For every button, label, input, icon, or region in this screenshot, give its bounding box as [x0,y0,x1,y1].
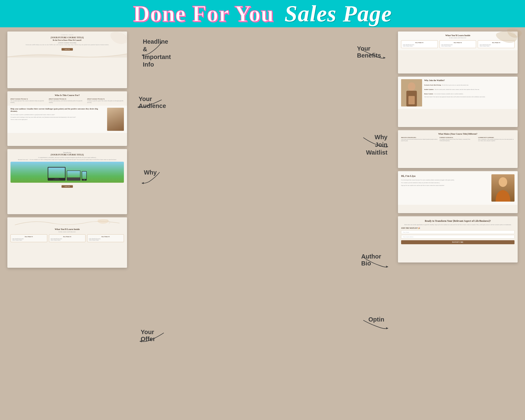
floral-decoration [106,31,127,46]
svg-point-10 [408,82,415,91]
benefits-label: Your Benefits [357,45,384,59]
optin-text: Don't miss out on this opportunity to [s… [401,224,515,225]
author-bio-label-area: Author Bio [361,254,388,272]
different-col3: COMMUNITY SUPPORT: Join a community of l… [478,137,515,141]
main-content: COMING SOON [YOUR FUTURE COURSE TITLE] B… [0,27,525,420]
audience-col1: [Ideal Customer Persona 1] Are you [desc… [10,98,47,103]
author-bio-text: I've developed this course because I've … [401,179,489,181]
different-title: What Makes [Your Course Title] Different… [401,133,515,135]
optin-first-name-field[interactable]: First Name [401,230,515,234]
curve-decoration [7,52,127,57]
offer-kp1: Key Point #1 • [Key Benefit/Outcome] • [… [10,234,47,242]
svg-point-15 [499,177,507,187]
header-banner: Done For You Sales Page [0,0,525,27]
optin-join-label: JOIN THE WAITLIST 🎉 [401,227,515,229]
svg-marker-3 [142,182,144,184]
audience-col3: [Ideal Customer Persona 3] Looking to [s… [87,98,124,103]
audience-label: Your Audience [139,95,166,109]
author-bio-label: Author Bio [361,253,387,267]
header-title-part2: Sales Page [285,1,392,27]
devices-image [10,162,124,183]
notify-button[interactable]: Notify Me [62,48,73,51]
phone-device [82,171,87,181]
different-col2: EXPERT GUIDANCE: Get insights and tips d… [440,137,476,141]
laptop-device [67,170,80,181]
offer-label-area: Your Offer [139,330,166,345]
why-label-area: Why [141,170,162,186]
different-col1: PROVEN STRATEGIES: Learn from tried and … [401,137,437,141]
svg-rect-12 [408,96,415,104]
audience-title: Who Is This Course For? [10,94,124,96]
author-photo [491,174,515,202]
why-join-label-area: Why JoinWaitlist [361,134,388,152]
mockup-audience: Who Is This Course For? [Ideal Customer … [7,91,127,146]
monitor-device [48,167,66,181]
waitlist-image [401,79,422,106]
offer-floral-top [10,219,124,227]
optin-label-area: Optin [361,317,388,333]
why-label: Why [144,169,157,176]
headline-label: Headline &ImportantInfo [143,38,171,68]
mockup-benefits: What You'll Learn Inside In this course … [398,31,518,74]
optin-title: Ready to Transform Your [Relevant Aspect… [401,219,515,223]
mockup-waitlist: Why Join the Waitlist? Exclusive Early B… [398,77,518,127]
offer-label: Your Offer [141,329,166,343]
benefits-label-area: Your Benefits [357,46,386,62]
left-panel: COMING SOON [YOUR FUTURE COURSE TITLE] B… [0,27,134,420]
mockup-why: Introducing [YOUR FUTURE COURSE TITLE] A… [7,149,127,214]
why-join-label: Why JoinWaitlist [361,133,387,156]
header-title: Done For You Sales Page [133,2,392,25]
woman-image [107,108,124,131]
offer-title: What You'll Learn Inside [10,228,124,230]
offer-kp3: Key Point #3 • [Key Benefit/Outcome] • [… [87,234,124,242]
optin-email-field[interactable]: Your email address [401,235,515,239]
audience-label-area: Your Audience [137,97,164,110]
audience-headline: Help your audience visualize their curre… [10,108,105,112]
svg-marker-8 [386,327,388,329]
mockup-coming-soon: COMING SOON [YOUR FUTURE COURSE TITLE] B… [7,31,127,88]
right-panel: What You'll Learn Inside In this course … [391,27,525,420]
waitlist-title: Why Join the Waitlist? [424,79,515,82]
mockup-offer: What You'll Learn Inside In this course … [7,217,127,268]
offer-kp2: Key Point #2 • [Key Benefit/Outcome] • [… [49,234,86,242]
author-greeting: Hi, I'm Liya [401,174,489,178]
optin-submit-button[interactable]: NOTIFY ME [401,240,515,244]
optin-label: Optin [368,316,384,323]
center-labels: Headline &ImportantInfo Your Audience Wh… [134,27,391,420]
mockup-optin: Ready to Transform Your [Relevant Aspect… [398,216,518,262]
audience-col2: [Ideal Customer Persona 2] If you're [de… [49,98,86,103]
mockup-different: What Makes [Your Course Title] Different… [398,130,518,168]
headline-label-area: Headline &ImportantInfo [141,40,166,57]
mockup-author: Hi, I'm Liya I've developed this course … [398,171,518,213]
why-notify-button[interactable]: Notify Me [62,185,73,188]
header-title-part1: Done For You [133,1,274,27]
